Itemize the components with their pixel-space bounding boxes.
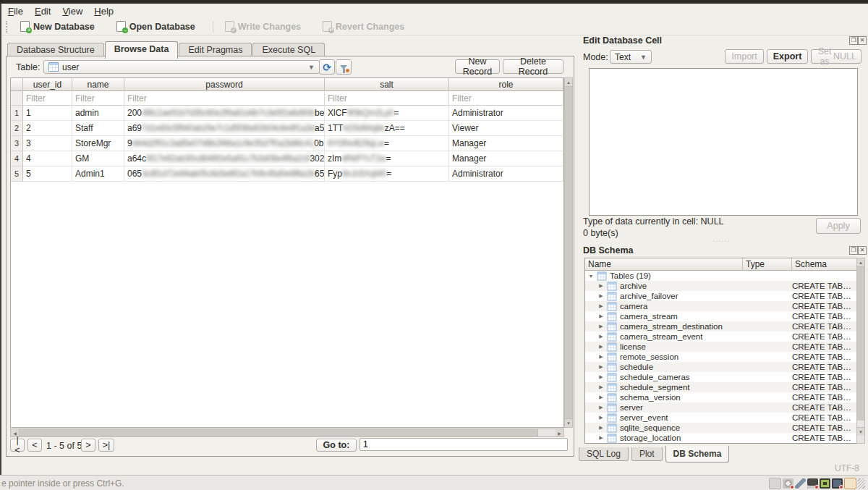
tree-row-table[interactable]: ▶schema_version CREATE TAB… [585, 392, 864, 402]
close-panel-icon[interactable]: ✕ [858, 246, 867, 255]
grid-vertical-scrollbar[interactable]: ▲ ▼ [564, 77, 573, 428]
tree-row-table[interactable]: ▶camera_stream_event CREATE TAB… [585, 331, 864, 342]
tab-database-structure[interactable]: Database Structure [7, 43, 104, 57]
collapse-arrow-icon[interactable]: ▶ [598, 293, 604, 299]
tab-browse-data[interactable]: Browse Data [105, 41, 179, 59]
column-header-name[interactable]: name [72, 78, 124, 91]
menu-view[interactable]: View [62, 6, 82, 17]
tree-row-table[interactable]: ▶sqlite_sequence CREATE TAB… [585, 423, 864, 433]
table-selector[interactable]: user ▼ [43, 60, 320, 74]
expand-arrow-icon[interactable]: ▼ [588, 274, 594, 279]
filter-user-id[interactable] [23, 91, 72, 106]
collapse-arrow-icon[interactable]: ▶ [598, 324, 604, 329]
tree-row-table[interactable]: ▶camera_stream_destination CREATE TAB… [585, 321, 864, 331]
filter-salt[interactable] [325, 91, 449, 106]
schema-vertical-scrollbar[interactable]: ▲ ▼ [856, 258, 865, 444]
tab-sql-log[interactable]: SQL Log [579, 447, 629, 461]
splitter-handle[interactable]: ······ [712, 237, 730, 245]
tab-edit-pragmas[interactable]: Edit Pragmas [179, 43, 252, 57]
cell-role[interactable]: Administrator [449, 106, 563, 121]
new-database-button[interactable]: + New Database [14, 20, 101, 33]
filter-password[interactable] [124, 91, 325, 106]
column-header-salt[interactable]: salt [325, 78, 449, 91]
cell-name[interactable]: admin [72, 106, 124, 121]
collapse-arrow-icon[interactable]: ▶ [598, 374, 604, 380]
vm-shared-folder-icon[interactable] [844, 478, 856, 489]
last-record-button[interactable]: >| [98, 439, 114, 452]
cell-password[interactable]: 9b64d2f91c3a85e07d6b2f48a1c9e35d7f0a2b86… [124, 136, 325, 151]
float-panel-icon[interactable]: ❐ [849, 246, 858, 255]
collapse-arrow-icon[interactable]: ▶ [598, 415, 604, 421]
cell-role[interactable]: Viewer [449, 121, 563, 136]
cell-role[interactable]: Manager [449, 151, 563, 166]
vm-display-icon[interactable] [769, 478, 781, 489]
tree-row-table[interactable]: ▶storage_location CREATE TAB… [585, 433, 864, 443]
menu-edit[interactable]: Edit [35, 6, 51, 17]
row-number[interactable]: 4 [11, 151, 23, 166]
tree-row-table[interactable]: ▶schedule CREATE TAB… [585, 362, 864, 372]
tree-row-table[interactable]: ▶archive CREATE TAB… [585, 281, 864, 291]
toolbar-drag-handle[interactable] [6, 21, 10, 33]
vm-usb-icon[interactable] [795, 478, 806, 489]
collapse-arrow-icon[interactable]: ▶ [598, 364, 604, 370]
schema-column-type[interactable]: Type [743, 258, 792, 271]
menu-help[interactable]: Help [94, 6, 114, 17]
row-number[interactable]: 2 [11, 121, 23, 136]
close-panel-icon[interactable]: ✕ [858, 36, 867, 45]
collapse-arrow-icon[interactable]: ▶ [598, 384, 604, 390]
collapse-arrow-icon[interactable]: ▶ [598, 334, 604, 339]
schema-column-name[interactable]: Name [585, 258, 743, 271]
scroll-up-arrow[interactable]: ▲ [565, 78, 572, 87]
collapse-arrow-icon[interactable]: ▶ [598, 435, 604, 441]
vm-screen-icon[interactable] [820, 478, 830, 489]
tree-row-table[interactable]: ▶camera_stream CREATE TAB… [585, 311, 864, 321]
filter-role[interactable] [449, 91, 563, 106]
cell-salt[interactable]: zIm4RkP7sT2w= [325, 151, 449, 166]
tab-db-schema[interactable]: DB Schema [665, 446, 730, 462]
clear-filters-button[interactable] [336, 59, 352, 75]
tree-row-table[interactable]: ▶schedule_segment CREATE TAB… [585, 382, 864, 392]
collapse-arrow-icon[interactable]: ▶ [598, 354, 604, 360]
collapse-arrow-icon[interactable]: ▶ [598, 425, 604, 431]
tree-row-table[interactable]: ▶camera CREATE TAB… [585, 301, 864, 311]
tree-row-table[interactable]: ▶license CREATE TAB… [585, 342, 864, 352]
collapse-arrow-icon[interactable]: ▶ [598, 394, 604, 400]
new-record-button[interactable]: New Record [455, 59, 500, 74]
cell-salt[interactable]: 1TThG5dWq8ezA== [325, 121, 449, 136]
collapse-arrow-icon[interactable]: ▶ [598, 303, 604, 309]
scroll-thumb[interactable] [857, 267, 864, 421]
cell-name[interactable]: GM [72, 151, 124, 166]
collapse-arrow-icon[interactable]: ▶ [598, 405, 604, 410]
grid-horizontal-scrollbar[interactable]: ◀ ▶ [10, 428, 564, 437]
vm-floppy-icon[interactable] [807, 478, 818, 489]
cell-name[interactable]: Staff [72, 121, 124, 136]
tree-row-tables-root[interactable]: ▼Tables (19) [585, 271, 864, 281]
collapse-arrow-icon[interactable]: ▶ [598, 344, 604, 350]
tab-execute-sql[interactable]: Execute SQL [252, 43, 325, 57]
column-header-user-id[interactable]: user_id [23, 78, 72, 91]
first-record-button[interactable]: |< [10, 439, 25, 452]
tree-row-table[interactable]: ▶remote_session CREATE TAB… [585, 352, 864, 362]
filter-name[interactable] [72, 91, 124, 106]
cell-user-id[interactable]: 5 [23, 166, 72, 182]
scroll-thumb[interactable] [19, 429, 538, 436]
cell-password[interactable]: 2004f8c2ae91b7d35c60e2f9a81d4b7c3e5f2a6d… [124, 106, 325, 121]
schema-column-schema[interactable]: Schema [792, 258, 857, 271]
cell-password[interactable]: a64c5f17e92ab30cd648f2e5a91c7b3d08e4f6a2… [124, 151, 325, 166]
delete-record-button[interactable]: Delete Record [503, 59, 563, 74]
menu-file[interactable]: File [8, 6, 23, 17]
mode-selector[interactable]: Text ▼ [610, 50, 652, 64]
tree-row-table[interactable]: ▶server_event CREATE TAB… [585, 413, 864, 423]
cell-role[interactable]: Administrator [449, 166, 563, 182]
open-database-button[interactable]: → Open Database [111, 20, 201, 33]
cell-name[interactable]: Admin1 [72, 166, 124, 182]
row-number[interactable]: 1 [11, 106, 23, 121]
resize-grip[interactable] [858, 478, 865, 489]
cell-name[interactable]: StoreMgr [72, 136, 124, 151]
goto-button[interactable]: Go to: [316, 439, 357, 452]
column-header-password[interactable]: password [124, 78, 325, 91]
export-button[interactable]: Export [767, 49, 808, 64]
cell-password[interactable]: a697d1e83c5f940ab26e7c1d5f38a92b04c6e8f1… [124, 121, 325, 136]
tree-row-table[interactable]: ▶archive_failover CREATE TAB… [585, 291, 864, 301]
collapse-arrow-icon[interactable]: ▶ [598, 283, 604, 289]
